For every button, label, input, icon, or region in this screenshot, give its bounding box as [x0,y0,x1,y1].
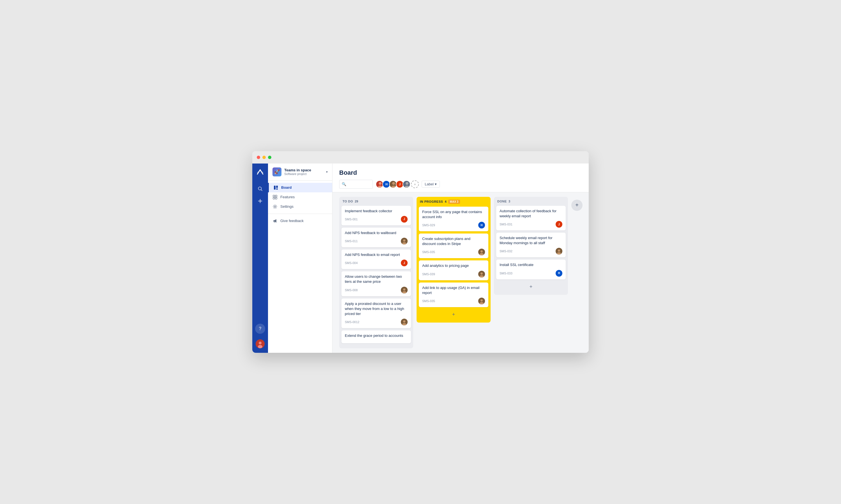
svg-rect-13 [275,197,277,199]
label-chevron-icon: ▾ [435,182,437,186]
svg-point-32 [403,288,405,291]
card-sms-029-text: Force SSL on any page that contains acco… [422,210,485,219]
svg-point-38 [480,250,483,253]
card-sms-008[interactable]: Allow users to change between two tiers … [341,271,411,296]
card-sms-035a-avatar [478,249,485,255]
column-in-progress: IN PROGRESS 4 MAX 3 Force SSL on any pag… [416,197,491,323]
card-sms-035a-text: Create subscription plans and discount c… [422,236,485,247]
page-title: Board [339,169,582,176]
app-logo [256,168,264,177]
sidebar-item-settings[interactable]: Settings [268,202,332,211]
svg-point-41 [480,272,483,275]
svg-point-26 [406,182,409,185]
card-sms-001-footer: SMS-001 J [345,216,408,222]
avatar-5[interactable] [402,180,410,188]
card-sms-031-footer: SMS-031 J [500,221,562,228]
svg-rect-9 [276,188,278,190]
column-in-progress-header: IN PROGRESS 4 MAX 3 [419,200,488,204]
svg-rect-7 [274,186,276,190]
sidebar-item-features[interactable]: Features [268,192,332,202]
card-sms-011-footer: SMS-011 [345,238,408,245]
card-sms-035b[interactable]: Add link to app usage (GA) in email repo… [419,283,488,307]
sidebar-divider [268,214,332,214]
board-icon [273,185,278,190]
chevron-down-icon: ▾ [326,170,328,174]
card-sms-035b-footer: SMS-035 [422,298,485,304]
label-filter[interactable]: Label ▾ [422,181,440,187]
add-card-done[interactable]: + [496,282,566,292]
features-nav-label: Features [280,195,295,199]
project-selector[interactable]: 🚀 Teams in space Software project ▾ [268,163,332,181]
card-sms-011-avatar [401,238,408,245]
svg-point-16 [379,182,381,185]
project-info: Teams in space Software project [284,168,326,176]
add-column-button[interactable]: + [571,200,583,211]
svg-point-14 [274,206,276,207]
card-sms-004-footer: SMS-004 J [345,259,408,266]
card-sms-031-text: Automate collection of feedback for week… [500,209,562,219]
card-sms-004-avatar: J [401,259,408,266]
card-sms-032-text: Schedule weekly email report for Monday … [500,235,562,246]
card-sms-001-id: SMS-001 [345,218,358,221]
sidebar-item-board[interactable]: Board [268,183,332,192]
give-feedback-item[interactable]: Give feedback [268,216,332,226]
column-done: DONE 3 Automate collection of feedback f… [494,197,568,295]
board-nav-label: Board [281,185,292,190]
add-card-in-progress[interactable]: + [419,309,488,320]
max-badge: MAX 3 [448,200,460,204]
card-sms-004-text: Add NPS feedback to email report [345,252,408,257]
card-sms-0012[interactable]: Apply a prorated discount to a user when… [341,299,411,328]
card-sms-033-id: SMS-033 [500,272,512,275]
card-sms-008-id: SMS-008 [345,288,358,292]
help-icon-bar[interactable]: ? [255,324,265,334]
icon-bar: ? [252,163,268,353]
svg-point-45 [480,302,484,304]
app-window: ? 🚀 Teams in space Software project [252,151,589,353]
titlebar [252,151,589,163]
main-header: Board 🔍 H [332,163,589,192]
svg-rect-10 [273,195,275,197]
maximize-button[interactable] [268,156,271,159]
add-icon-bar[interactable] [255,196,265,206]
card-sms-039[interactable]: Add analytics to pricing page SMS-039 [419,260,488,280]
card-extend[interactable]: Extend the grace period to accounts [341,330,411,343]
svg-point-6 [258,345,262,348]
card-sms-033[interactable]: Install SSL certificate SMS-033 H [496,259,566,279]
column-todo-header: TO DO 29 [341,200,411,203]
add-avatar-button[interactable]: + [411,180,419,188]
search-bar[interactable]: 🔍 [339,180,373,189]
svg-point-42 [480,275,484,277]
column-todo: TO DO 29 Implement feedback collector SM… [339,197,413,348]
user-avatar-bar[interactable] [256,339,264,348]
features-icon [273,195,277,200]
card-sms-029-id: SMS-029 [422,223,435,227]
settings-icon [273,204,277,209]
card-sms-0012-text: Apply a prorated discount to a user when… [345,301,408,317]
card-sms-011-text: Add NPS feedback to wallboard [345,231,408,235]
card-sms-011[interactable]: Add NPS feedback to wallboard SMS-011 [341,228,411,247]
card-extend-text: Extend the grace period to accounts [345,333,408,338]
svg-point-29 [403,239,405,241]
svg-point-33 [402,291,406,293]
card-sms-031-avatar: J [555,221,562,228]
card-sms-029[interactable]: Force SSL on any page that contains acco… [419,206,488,231]
card-sms-004[interactable]: Add NPS feedback to email report SMS-004… [341,250,411,269]
card-sms-032[interactable]: Schedule weekly email report for Monday … [496,233,566,257]
search-icon: 🔍 [342,182,346,186]
megaphone-icon [273,218,277,223]
search-icon-bar[interactable] [255,184,265,194]
card-sms-032-footer: SMS-032 [500,248,562,254]
card-sms-039-avatar [478,271,485,277]
close-button[interactable] [257,156,260,159]
avatar-group: H J + [376,180,419,188]
svg-point-5 [259,342,261,344]
icon-bar-bottom: ? [255,324,265,348]
label-filter-text: Label [425,182,434,186]
card-sms-001-text: Implement feedback collector [345,209,408,214]
main-content: Board 🔍 H [332,163,589,353]
card-sms-008-footer: SMS-008 [345,287,408,293]
card-sms-001[interactable]: Implement feedback collector SMS-001 J [341,206,411,226]
card-sms-035a[interactable]: Create subscription plans and discount c… [419,234,488,258]
card-sms-031[interactable]: Automate collection of feedback for week… [496,206,566,231]
minimize-button[interactable] [262,156,266,159]
